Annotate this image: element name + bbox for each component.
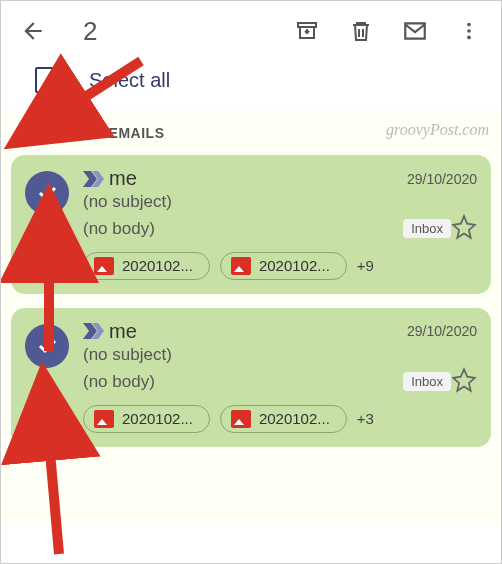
attachment-chip[interactable]: 2020102... <box>220 405 347 433</box>
label-chip: Inbox <box>403 219 451 238</box>
attachment-label: 2020102... <box>122 257 193 274</box>
attachment-more[interactable]: +3 <box>357 410 374 427</box>
trash-icon <box>349 19 373 43</box>
archive-button[interactable] <box>293 17 321 45</box>
svg-point-0 <box>467 23 471 27</box>
email-snippet: (no body) <box>83 370 403 394</box>
selected-count: 2 <box>59 16 285 47</box>
results-area: RESULTS IN EMAILS me 29/10/2020 (no subj… <box>1 111 501 523</box>
delete-button[interactable] <box>347 17 375 45</box>
attachment-more[interactable]: +9 <box>357 257 374 274</box>
attachment-label: 2020102... <box>259 410 330 427</box>
email-date: 29/10/2020 <box>407 171 477 187</box>
sender: me <box>109 320 407 343</box>
back-button[interactable] <box>15 13 51 49</box>
selected-avatar[interactable] <box>25 324 69 368</box>
image-icon <box>231 257 251 275</box>
importance-marker-icon <box>83 323 105 339</box>
email-item[interactable]: me 29/10/2020 (no subject) (no body) Inb… <box>11 155 491 294</box>
attachment-chip[interactable]: 2020102... <box>83 252 210 280</box>
select-all-checkbox[interactable] <box>35 67 61 93</box>
attachment-chip[interactable]: 2020102... <box>83 405 210 433</box>
mark-unread-button[interactable] <box>401 17 429 45</box>
image-icon <box>94 257 114 275</box>
check-icon <box>35 181 59 205</box>
watermark: groovyPost.com <box>386 121 489 139</box>
image-icon <box>94 410 114 428</box>
check-icon <box>35 334 59 358</box>
email-snippet: (no body) <box>83 217 403 241</box>
more-button[interactable] <box>455 17 483 45</box>
select-all-row: Select all <box>1 57 501 111</box>
svg-point-1 <box>467 29 471 33</box>
select-all-label[interactable]: Select all <box>89 69 170 92</box>
selected-avatar[interactable] <box>25 171 69 215</box>
sender: me <box>109 167 407 190</box>
svg-point-2 <box>467 36 471 40</box>
importance-marker-icon <box>83 171 105 187</box>
email-date: 29/10/2020 <box>407 323 477 339</box>
star-icon <box>451 367 477 393</box>
attachment-label: 2020102... <box>259 257 330 274</box>
archive-icon <box>295 19 319 43</box>
more-vert-icon <box>458 20 480 42</box>
label-chip: Inbox <box>403 372 451 391</box>
star-icon <box>451 214 477 240</box>
email-subject: (no subject) <box>83 190 477 214</box>
star-button[interactable] <box>451 367 477 397</box>
star-button[interactable] <box>451 214 477 244</box>
attachment-label: 2020102... <box>122 410 193 427</box>
email-item[interactable]: me 29/10/2020 (no subject) (no body) Inb… <box>11 308 491 447</box>
attachment-chip[interactable]: 2020102... <box>220 252 347 280</box>
image-icon <box>231 410 251 428</box>
selection-toolbar: 2 <box>1 1 501 57</box>
email-subject: (no subject) <box>83 343 477 367</box>
arrow-left-icon <box>20 18 46 44</box>
mail-icon <box>402 18 428 44</box>
